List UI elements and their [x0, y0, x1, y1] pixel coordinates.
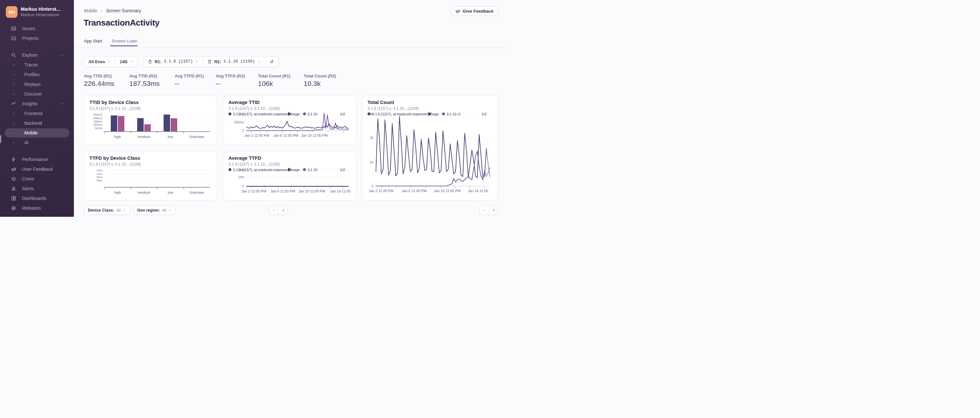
- chevron-up-icon: [60, 102, 64, 106]
- sidebar-item-traces[interactable]: Traces: [5, 60, 69, 69]
- svg-text:Jan 14 11:00: Jan 14 11:00: [330, 189, 350, 193]
- nav-spacer: [0, 43, 74, 50]
- svg-text:Jan 10 11:00 PM: Jan 10 11:00 PM: [299, 189, 325, 193]
- device-class-filter[interactable]: Device Class: All: [84, 206, 130, 215]
- sidebar-item-profiles[interactable]: Profiles: [5, 70, 69, 79]
- dashboards-icon: [11, 196, 16, 201]
- card-subtitle: 3.1.9 (1157) v. 3.1.10…(1159): [89, 106, 212, 111]
- sidebar-item-frontend[interactable]: Frontend: [5, 109, 69, 118]
- legend-next-icon[interactable]: [348, 168, 351, 172]
- give-feedback-button[interactable]: Give Feedback: [451, 6, 498, 16]
- bullet-icon: [13, 94, 14, 95]
- sidebar-item-replays[interactable]: Replays: [5, 80, 69, 89]
- card-ttid-by-device-class: TTID by Device Class 3.1.9 (1157) v. 3.1…: [84, 95, 218, 145]
- stat-total-count-r2-: Total Count (R2)10.3k: [304, 73, 336, 87]
- sidebar-item-label: Issues: [22, 26, 35, 31]
- sidebar-item-label: Alerts: [22, 186, 34, 191]
- bullet-icon: [13, 132, 14, 134]
- stat-value: 187.53ms: [129, 80, 160, 87]
- legend-next-icon[interactable]: [348, 112, 351, 116]
- sidebar-item-label: Crons: [22, 176, 34, 181]
- sidebar-item-mobile[interactable]: Mobile: [5, 128, 69, 137]
- pagination-prev-button[interactable]: [269, 206, 278, 215]
- legend-next-icon[interactable]: [490, 112, 493, 116]
- megaphone-icon: [455, 9, 460, 14]
- sidebar-item-backend[interactable]: Backend: [5, 119, 69, 128]
- sidebar-item-label: Dashboards: [22, 196, 47, 201]
- card-average-ttfd: Average TTFD 3.1.9 (1157) v. 3.1.10…(115…: [223, 151, 356, 200]
- org-user-switcher[interactable]: MH Markus Hinterst… Markus Hintersteiner: [6, 6, 69, 18]
- svg-text:Jan 2 11:00 PM: Jan 2 11:00 PM: [369, 189, 393, 193]
- env-date-filter-group: All Envs 14D: [84, 56, 138, 67]
- sidebar-item-issues[interactable]: Issues: [5, 24, 69, 33]
- stat-value: 10.3k: [304, 80, 336, 87]
- active-tab-underline: [110, 45, 138, 46]
- tab-app-start[interactable]: App Start: [84, 38, 102, 47]
- svg-text:250ms: 250ms: [93, 113, 102, 116]
- stat-label: Avg TTID (R1): [84, 73, 115, 78]
- sidebar-item-crons[interactable]: Crons: [5, 174, 69, 183]
- svg-text:2k: 2k: [370, 136, 374, 140]
- svg-text:1k: 1k: [370, 161, 374, 164]
- bullet-icon: [13, 65, 14, 65]
- release-1-selector[interactable]: R1: 3.1.9 (1157): [143, 56, 203, 67]
- stat-avg-ttid-r2-: Avg TTID (R2)187.53ms: [129, 73, 160, 87]
- card-subtitle: 3.1.9 (1157) v. 3.1.10…(1159): [89, 162, 212, 167]
- stat-value: --: [175, 80, 204, 87]
- device-class-filter-key: Device Class:: [88, 208, 114, 213]
- svg-text:150ms: 150ms: [93, 119, 102, 123]
- swap-releases-button[interactable]: [265, 56, 278, 67]
- sidebar-item-explore[interactable]: Explore: [5, 51, 69, 60]
- sidebar-item-releases[interactable]: Releases: [5, 203, 69, 213]
- svg-text:0: 0: [371, 184, 373, 188]
- sidebar-item-user-feedback[interactable]: User Feedback: [5, 165, 69, 174]
- svg-text:0: 0: [242, 129, 244, 132]
- ttid-device-class-chart: 250ms200ms150ms100ms50mshighmediumlowUnk…: [89, 111, 212, 140]
- search-icon: [11, 52, 16, 58]
- chevron-down-icon: [168, 209, 172, 212]
- sidebar-item-label: Insights: [22, 101, 38, 106]
- geo-region-filter[interactable]: Geo region: All: [133, 206, 176, 215]
- stat-label: Avg TTFD (R1): [175, 73, 204, 78]
- sidebar-item-ai[interactable]: AI: [5, 138, 69, 147]
- total-count-pagination: [479, 206, 498, 215]
- sidebar-item-dashboards[interactable]: Dashboards: [5, 194, 69, 203]
- sidebar-item-label: AI: [24, 140, 29, 145]
- sidebar-item-label: Replays: [24, 82, 41, 87]
- release-2-selector[interactable]: R2: 3.1.10 (1159): [203, 56, 265, 67]
- org-name: Markus Hintersteiner: [21, 12, 61, 17]
- svg-text:Unknown: Unknown: [189, 191, 204, 194]
- stat-value: 106k: [258, 80, 290, 87]
- svg-text:1ms: 1ms: [238, 175, 244, 179]
- breadcrumb-mobile-link[interactable]: Mobile: [84, 8, 97, 13]
- chart-legend: 3.1.9 (1157), at.markushi.expensemanage3…: [368, 111, 493, 116]
- clock-icon: [11, 176, 16, 181]
- geo-region-filter-key: Geo region:: [137, 208, 160, 213]
- sidebar-item-projects[interactable]: Projects: [5, 34, 69, 43]
- sidebar-item-discover[interactable]: Discover: [5, 89, 69, 99]
- date-range-filter[interactable]: 14D: [115, 56, 137, 67]
- release-2-key: R2:: [214, 59, 221, 64]
- bullet-icon: [13, 113, 14, 114]
- average-ttfd-chart: 01ms1msJan 2 11:00 PMJan 6 11:00 PMJan 1…: [229, 167, 351, 196]
- sidebar-item-insights[interactable]: Insights: [5, 99, 69, 108]
- svg-text:Jan 14 11:00: Jan 14 11:00: [468, 189, 488, 193]
- sidebar-item-label: Explore: [22, 52, 37, 58]
- sidebar-item-label: Frontend: [24, 111, 43, 116]
- sidebar-item-alerts[interactable]: Alerts: [5, 184, 69, 193]
- svg-text:medium: medium: [138, 191, 150, 194]
- chevron-right-icon: [281, 208, 285, 212]
- sidebar-item-performance[interactable]: Performance: [5, 155, 69, 164]
- chart-legend: 3.1.9 (1157), at.markushi.expensemanage3…: [229, 167, 351, 172]
- pagination-prev-button[interactable]: [480, 206, 489, 215]
- give-feedback-label: Give Feedback: [463, 9, 493, 14]
- environment-filter[interactable]: All Envs: [84, 56, 115, 67]
- svg-text:1ms: 1ms: [97, 168, 102, 172]
- environment-filter-label: All Envs: [89, 59, 105, 64]
- pagination-next-button[interactable]: [489, 206, 498, 215]
- bullet-icon: [13, 142, 14, 143]
- active-item-indicator: [0, 135, 1, 143]
- card-title: Total Count: [368, 100, 493, 105]
- pagination-next-button[interactable]: [278, 206, 288, 215]
- sidebar-item-label: Mobile: [24, 130, 38, 135]
